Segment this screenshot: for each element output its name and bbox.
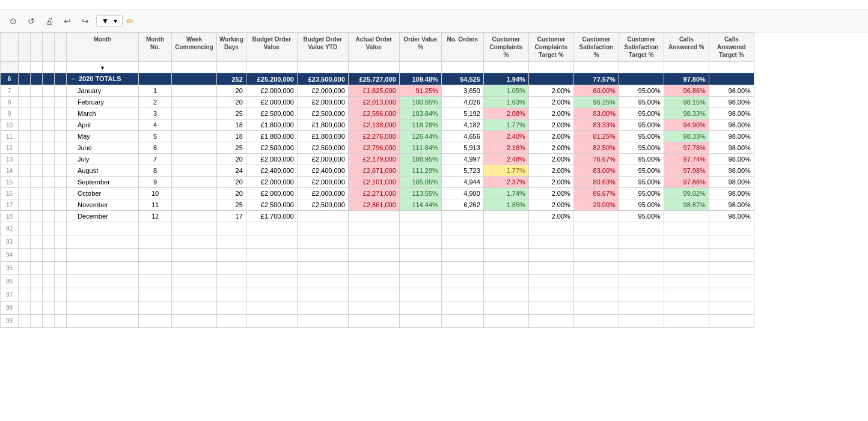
totals-icon4 — [55, 73, 67, 85]
totals-complaints-t — [528, 73, 573, 85]
row-working: 25 — [217, 142, 246, 154]
row-month[interactable]: October — [67, 188, 139, 199]
row-month[interactable]: July — [67, 154, 139, 165]
row-complaints-target: 2.00% — [528, 188, 573, 199]
empty-row: 92 — [1, 222, 754, 235]
row-satisfaction: 80.63% — [573, 177, 619, 188]
empty-cell — [55, 262, 67, 275]
spreadsheet-container[interactable]: Month Month No. Week Commencing Working … — [0, 32, 868, 399]
empty-cell — [619, 222, 664, 235]
row-month[interactable]: September — [67, 177, 139, 188]
toolbar-redo-btn[interactable]: ↪ — [78, 14, 93, 28]
filter-row: ▼ — [1, 62, 754, 73]
row-icon4 — [55, 177, 67, 188]
empty-cell — [573, 301, 619, 315]
empty-cell — [619, 249, 664, 262]
toolbar-btn-1[interactable]: ⊙ — [6, 14, 20, 28]
totals-satisfaction-t — [619, 73, 664, 85]
empty-cell — [441, 262, 483, 275]
empty-cell — [441, 275, 483, 288]
empty-cell — [664, 262, 709, 275]
empty-cell — [139, 288, 172, 301]
empty-cell — [664, 288, 709, 301]
row-budget: £1,800,000 — [246, 131, 297, 142]
empty-row: 97 — [1, 288, 754, 301]
empty-cell — [297, 315, 348, 328]
empty-cell — [528, 222, 573, 235]
empty-cell — [19, 301, 31, 315]
toolbar-refresh-btn[interactable]: ↺ — [24, 14, 38, 28]
row-complaints-target: 2.00% — [528, 154, 573, 165]
toolbar: ⊙ ↺ 🖨 ↩ ↪ ▼ ▾ ✏ — [0, 10, 868, 32]
row-month[interactable]: April — [67, 120, 139, 131]
column-header-row: Month Month No. Week Commencing Working … — [1, 33, 754, 62]
row-icon1 — [19, 120, 31, 131]
row-monthno: 3 — [139, 108, 172, 120]
empty-cell — [217, 235, 246, 249]
row-complaints-target: 2.00% — [528, 177, 573, 188]
empty-cell — [43, 262, 55, 275]
row-month[interactable]: June — [67, 142, 139, 154]
col-cust-satisfaction-target: Customer Satisfaction Target % — [619, 33, 664, 62]
row-calls-target: 98.00% — [709, 131, 754, 142]
table-row: 15 September 9 20 £2,000,000 £2,000,000 … — [1, 177, 754, 188]
row-icon1 — [19, 177, 31, 188]
row-num: 8 — [1, 97, 19, 108]
empty-cell — [67, 235, 139, 249]
table-row: 17 November 11 25 £2,500,000 £2,500,000 … — [1, 199, 754, 211]
row-satisfaction: 82.50% — [573, 142, 619, 154]
row-complaints-target: 2.00% — [528, 165, 573, 177]
row-budget: £2,000,000 — [246, 97, 297, 108]
row-complaints: 1.63% — [483, 97, 528, 108]
col-icon4 — [55, 33, 67, 62]
row-month[interactable]: February — [67, 97, 139, 108]
row-month[interactable]: November — [67, 199, 139, 211]
paint-icon[interactable]: ✏ — [126, 16, 134, 27]
filter-icon4 — [55, 62, 67, 73]
empty-cell — [139, 222, 172, 235]
empty-cell — [217, 222, 246, 235]
filter-button[interactable]: ▼ ▾ — [96, 15, 123, 27]
col-calls-answered-target: Calls Answered Target % — [709, 33, 754, 62]
empty-cell — [573, 275, 619, 288]
filter-working — [217, 62, 246, 73]
row-orderpct: 114.44% — [399, 199, 441, 211]
col-monthno: Month No. — [139, 33, 172, 62]
row-orderpct: 100.65% — [399, 97, 441, 108]
row-num: 9 — [1, 108, 19, 120]
row-month[interactable]: August — [67, 165, 139, 177]
row-orderpct: 126.44% — [399, 131, 441, 142]
filter-dropdown-icon: ▾ — [114, 17, 117, 25]
toolbar-print-btn[interactable]: 🖨 — [42, 14, 57, 28]
row-icon1 — [19, 85, 31, 97]
row-actual: £2,271,000 — [348, 188, 399, 199]
empty-cell — [139, 235, 172, 249]
empty-cell — [483, 315, 528, 328]
row-noorders: 3,650 — [441, 85, 483, 97]
toolbar-undo-btn[interactable]: ↩ — [60, 14, 75, 28]
row-num: 7 — [1, 85, 19, 97]
empty-cell — [297, 288, 348, 301]
row-complaints-target: 2.00% — [528, 85, 573, 97]
row-month[interactable]: December — [67, 211, 139, 222]
empty-cell — [31, 301, 43, 315]
empty-cell — [619, 315, 664, 328]
filter-row-num — [1, 62, 19, 73]
row-month[interactable]: January — [67, 85, 139, 97]
row-satisfaction: 96.25% — [573, 97, 619, 108]
empty-cell — [172, 315, 217, 328]
col-cust-complaints-target: Customer Complaints Target % — [528, 33, 573, 62]
row-icon2 — [31, 188, 43, 199]
row-complaints: 2.48% — [483, 154, 528, 165]
row-working: 17 — [217, 211, 246, 222]
row-working: 20 — [217, 154, 246, 165]
row-icon4 — [55, 97, 67, 108]
row-month[interactable]: May — [67, 131, 139, 142]
filter-month[interactable]: ▼ — [67, 62, 139, 73]
row-budgetytd: £2,500,000 — [297, 108, 348, 120]
row-working: 18 — [217, 120, 246, 131]
row-month[interactable]: March — [67, 108, 139, 120]
empty-row: 95 — [1, 262, 754, 275]
row-num: 12 — [1, 142, 19, 154]
row-satisfaction-target: 95.00% — [619, 188, 664, 199]
